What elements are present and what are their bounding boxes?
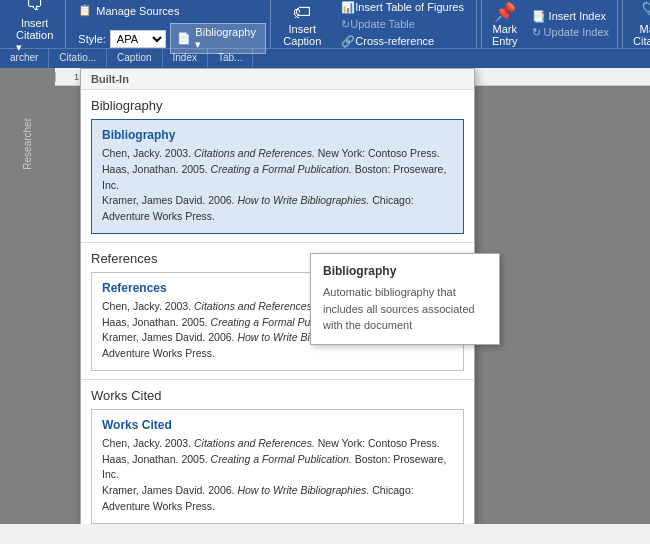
insert-index-button[interactable]: 📑 Insert Index bbox=[532, 10, 609, 23]
toa-label: Tab... bbox=[208, 49, 253, 68]
tof-label: Insert Table of Figures bbox=[355, 1, 464, 13]
ribbon: 🗨 Insert Citation ▾ 📋 Manage Sources Sty… bbox=[0, 0, 650, 68]
update-table-button[interactable]: ↻ Update Table bbox=[337, 16, 468, 33]
cross-reference-button[interactable]: 🔗 Cross-reference bbox=[337, 33, 468, 50]
manage-sources-label: Manage Sources bbox=[96, 5, 179, 17]
mark-entry-button[interactable]: 📌 Mark Entry bbox=[486, 0, 524, 51]
cross-ref-icon: 🔗 bbox=[341, 35, 355, 48]
works-cited-section: Works Cited Works Cited Chen, Jacky. 200… bbox=[81, 380, 474, 524]
manage-sources-button[interactable]: 📋 Manage Sources bbox=[70, 0, 187, 21]
caption-icon: 🏷 bbox=[293, 2, 311, 23]
researcher-label: archer bbox=[0, 49, 49, 68]
captions-group: 🏷 Insert Caption 📊 Insert Table of Figur… bbox=[271, 0, 482, 48]
update-index-label: Update Index bbox=[544, 26, 609, 38]
index-tab-label: Index bbox=[163, 49, 208, 68]
mark-cit-label: Mark bbox=[639, 23, 650, 35]
style-label: Style: bbox=[78, 33, 106, 45]
works-cited-section-title: Works Cited bbox=[91, 388, 464, 403]
insert-label: Insert bbox=[21, 17, 49, 29]
researcher-panel-label: Researcher bbox=[22, 118, 33, 170]
insert-cap-label: Insert bbox=[289, 23, 317, 35]
citation-icon: 🗨 bbox=[26, 0, 44, 15]
wc-entry-2: Haas, Jonathan. 2005. Creating a Formal … bbox=[102, 452, 453, 484]
bibliography-icon: 📄 bbox=[177, 32, 191, 45]
mark-citation-icon: 📎 bbox=[641, 1, 650, 23]
insert-citation-group: 🗨 Insert Citation ▾ bbox=[4, 0, 66, 48]
insert-caption-button[interactable]: 🏷 Insert Caption bbox=[275, 0, 329, 51]
mark-citation-button[interactable]: 📎 Mark Citation bbox=[627, 0, 650, 51]
mark-label: Mark bbox=[493, 23, 517, 35]
bibliography-section: Bibliography Bibliography Chen, Jacky. 2… bbox=[81, 90, 474, 243]
entry-label: Entry bbox=[492, 35, 518, 47]
ribbon-top: 🗨 Insert Citation ▾ 📋 Manage Sources Sty… bbox=[0, 0, 650, 48]
bib-entry-2: Haas, Jonathan. 2005. Creating a Formal … bbox=[102, 162, 453, 194]
index-group: 📌 Mark Entry 📑 Insert Index ↻ Update Ind… bbox=[482, 0, 623, 48]
bibliography-card[interactable]: Bibliography Chen, Jacky. 2003. Citation… bbox=[91, 119, 464, 234]
wc-card-title: Works Cited bbox=[102, 418, 453, 432]
update-index-button[interactable]: ↻ Update Index bbox=[532, 26, 609, 39]
update-table-icon: ↻ bbox=[341, 18, 350, 31]
dropdown-header: Built-In bbox=[81, 69, 474, 90]
citations-label: Citatio... bbox=[49, 49, 107, 68]
style-select[interactable]: APA bbox=[110, 30, 167, 48]
bib-entry-3: Kramer, James David. 2006. How to Write … bbox=[102, 193, 453, 225]
tof-icon: 📊 bbox=[341, 1, 355, 14]
figures-subgroup: 📊 Insert Table of Figures ↻ Update Table… bbox=[329, 0, 477, 48]
sources-group: 📋 Manage Sources Style: APA 📄 Bibliograp… bbox=[66, 0, 271, 48]
update-index-icon: ↻ bbox=[532, 26, 541, 39]
insert-index-label: Insert Index bbox=[549, 10, 606, 22]
captions-label: Caption bbox=[107, 49, 162, 68]
ribbon-labels: archer Citatio... Caption Index Tab... bbox=[0, 48, 650, 68]
insert-table-of-figures-button[interactable]: 📊 Insert Table of Figures bbox=[337, 0, 468, 16]
wc-entry-3: Kramer, James David. 2006. How to Write … bbox=[102, 483, 453, 515]
caption-sub-label: Caption bbox=[283, 35, 321, 47]
tooltip-text: Automatic bibliography that includes all… bbox=[323, 284, 487, 334]
manage-sources-icon: 📋 bbox=[78, 4, 92, 17]
wc-entry-1: Chen, Jacky. 2003. Citations and Referen… bbox=[102, 436, 453, 452]
update-table-label: Update Table bbox=[350, 18, 415, 30]
works-cited-card[interactable]: Works Cited Chen, Jacky. 2003. Citations… bbox=[91, 409, 464, 524]
index-subgroup: 📑 Insert Index ↻ Update Index bbox=[524, 0, 618, 48]
toa-group: 📎 Mark Citation bbox=[623, 0, 650, 48]
bibliography-section-title: Bibliography bbox=[91, 98, 464, 113]
citation-sub-label2: Citation bbox=[633, 35, 650, 47]
bibliography-label: Bibliography ▾ bbox=[195, 26, 259, 51]
mark-entry-icon: 📌 bbox=[494, 1, 516, 23]
left-margin: Researcher bbox=[0, 68, 55, 524]
bib-card-title: Bibliography bbox=[102, 128, 453, 142]
insert-citation-button[interactable]: 🗨 Insert Citation ▾ bbox=[8, 0, 61, 48]
tooltip-title: Bibliography bbox=[323, 264, 487, 278]
insert-index-icon: 📑 bbox=[532, 10, 546, 23]
document-area: 1 2 3 4 Researcher Built-In Bibliography… bbox=[0, 68, 650, 524]
bibliography-tooltip: Bibliography Automatic bibliography that… bbox=[310, 253, 500, 345]
cross-ref-label: Cross-reference bbox=[355, 35, 434, 47]
bib-entry-1: Chen, Jacky. 2003. Citations and Referen… bbox=[102, 146, 453, 162]
